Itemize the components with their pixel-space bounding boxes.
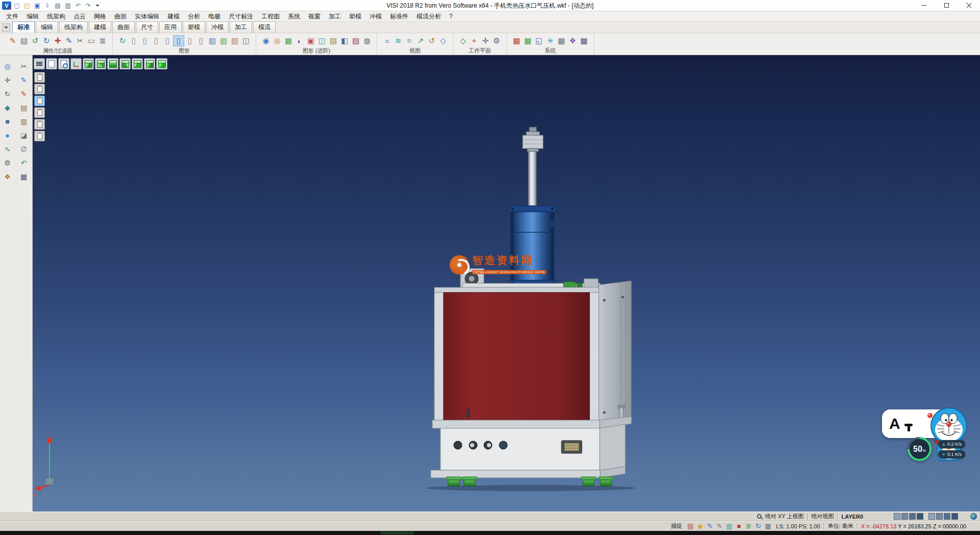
tabbar-dropdown-icon[interactable] (2, 23, 10, 32)
panel-icon[interactable]: ▯ (139, 35, 151, 46)
transparency-icon[interactable]: ◐ (294, 35, 305, 46)
panel-icon[interactable]: ▯ (128, 35, 139, 46)
menu-item[interactable]: 建模 (163, 11, 184, 22)
open-file-icon[interactable]: ◱ (22, 1, 32, 10)
menu-item[interactable]: 编辑 (22, 11, 43, 22)
menu-item[interactable]: 电极 (204, 11, 225, 22)
filter-list-icon[interactable]: ≣ (97, 35, 108, 46)
panel-red-icon[interactable]: ▯ (195, 35, 207, 46)
ribbon-tab[interactable]: 建模 (89, 21, 111, 33)
menu-item[interactable]: 塑模 (345, 11, 365, 22)
menu-item[interactable]: 曲面 (110, 11, 131, 22)
filter-cut-icon[interactable]: ✂ (75, 35, 86, 46)
snap-toggle[interactable]: 捕捉 (671, 522, 682, 530)
view-mode-indicator[interactable]: 绝对 XY 上视图 (765, 513, 804, 520)
menu-item[interactable]: 加工 (325, 11, 345, 22)
hammer-tool-icon[interactable]: ⚙ (2, 157, 14, 169)
net-speed-widget[interactable]: A (881, 407, 980, 466)
curve-tool-icon[interactable]: ∿ (2, 143, 14, 155)
menu-item[interactable]: ? (445, 11, 457, 22)
texture-icon[interactable]: ▤ (328, 35, 339, 46)
panel-icon[interactable]: ▯ (162, 35, 173, 46)
list-status-icon[interactable]: ≣ (744, 522, 753, 531)
new-file-icon[interactable]: ▢ (12, 1, 21, 10)
section-icon[interactable]: ▣ (305, 35, 316, 46)
mesh-icon[interactable]: ▦ (283, 35, 294, 46)
ribbon-tab[interactable]: 曲面 (112, 21, 135, 33)
shade-icon[interactable]: ◉ (260, 35, 272, 46)
menu-item[interactable]: 分析 (184, 11, 204, 22)
ribbon-tab[interactable]: 应用 (159, 21, 182, 33)
panel-icon[interactable]: ▯ (184, 35, 195, 46)
dynamic-view-icon[interactable]: ≈ (381, 35, 393, 46)
search-icon[interactable] (757, 514, 762, 519)
current-layer-indicator[interactable]: LAYER0 (842, 514, 863, 520)
filter-undo-icon[interactable]: ↺ (30, 35, 41, 46)
filter-redo-icon[interactable]: ↻ (41, 35, 52, 46)
press-machine[interactable] (426, 127, 635, 491)
trim-tool-icon[interactable]: ✂ (18, 60, 30, 72)
panel-icon[interactable]: ▯ (151, 35, 162, 46)
speed-percent-badge[interactable]: 50% (908, 437, 932, 461)
system-matrix-icon[interactable]: ▩ (578, 35, 590, 46)
menu-item[interactable]: 尺寸标注 (225, 11, 257, 22)
config-tool-icon[interactable]: ▩ (18, 171, 30, 183)
stack-status-icon[interactable]: ▥ (725, 522, 734, 531)
panel-split-icon[interactable]: ◫ (240, 35, 252, 46)
visi-logo-icon[interactable]: V (2, 2, 11, 10)
graphics-refresh-icon[interactable]: ↻ (117, 35, 128, 46)
workplane-settings-icon[interactable]: ⚙ (491, 35, 502, 46)
maximize-button[interactable] (935, 0, 958, 11)
draw-tool-icon[interactable]: ✎ (18, 88, 30, 100)
layers-tool-icon[interactable]: ▤ (18, 102, 30, 114)
view-rotate-icon[interactable]: ↺ (426, 35, 437, 46)
save-icon[interactable]: ▣ (33, 1, 42, 10)
annotate-status-icon[interactable]: ✎ (715, 522, 724, 531)
minimize-button[interactable] (913, 0, 935, 11)
panel-icon[interactable]: ▯ (173, 35, 184, 46)
system-window-icon[interactable]: ◱ (533, 35, 545, 46)
system-modules-icon[interactable]: ❖ (567, 35, 578, 46)
layer-color-swatch[interactable] (944, 513, 950, 520)
erase-tool-icon[interactable]: ◪ (18, 129, 30, 141)
edit-tool-icon[interactable]: ✎ (18, 74, 30, 86)
zoom-extents-icon[interactable]: ⌗ (404, 35, 415, 46)
ribbon-tab[interactable]: 编辑 (36, 21, 58, 33)
shadow-icon[interactable]: ◧ (339, 35, 350, 46)
menu-item[interactable]: 工程图 (257, 11, 284, 22)
menu-item[interactable]: 视窗 (304, 11, 325, 22)
ribbon-tab[interactable]: 模流 (253, 21, 276, 33)
filter-add-icon[interactable]: ✚ (52, 35, 63, 46)
quickaccess-dropdown-icon[interactable] (95, 5, 100, 7)
measure-tool-icon[interactable]: ∅ (18, 143, 30, 155)
system-colors-icon[interactable]: ▦ (511, 35, 522, 46)
sync-status-icon[interactable]: ↻ (754, 522, 763, 531)
pan-view-icon[interactable]: ≋ (393, 35, 404, 46)
grid-blue-icon[interactable]: ▥ (207, 35, 218, 46)
zoom-in-icon[interactable]: ↗ (415, 35, 426, 46)
ribbon-tab[interactable]: 尺寸 (136, 21, 158, 33)
wireframe-icon[interactable]: ◎ (272, 35, 283, 46)
hatch-icon[interactable]: ▨ (350, 35, 361, 46)
move-tool-icon[interactable]: ✛ (2, 74, 14, 86)
edit-status-icon[interactable]: ✎ (705, 522, 715, 531)
render-mode-icon[interactable] (970, 513, 977, 520)
workplane-icon[interactable]: ◇ (457, 35, 469, 46)
light-status-icon[interactable]: ◉ (696, 522, 705, 531)
surface-tool-icon[interactable]: ◆ (2, 102, 14, 114)
menu-item[interactable]: 点云 (69, 11, 90, 22)
layer-color-swatch[interactable] (909, 513, 916, 520)
layer-color-swatch[interactable] (936, 513, 943, 520)
ribbon-tab[interactable]: 标准 (12, 21, 35, 33)
capture-icon[interactable]: ▥ (63, 1, 72, 10)
print-status-icon[interactable]: ▤ (686, 522, 695, 531)
print-icon[interactable]: ▤ (53, 1, 62, 10)
menu-item[interactable]: 系统 (284, 11, 304, 22)
ribbon-tab[interactable]: 线架构 (59, 21, 88, 33)
menu-item[interactable]: 网格 (90, 11, 110, 22)
workplane-origin-icon[interactable]: ⌖ (469, 35, 480, 46)
undo-tool-icon[interactable]: ↶ (18, 157, 30, 169)
system-snap-icon[interactable]: ✳ (545, 35, 556, 46)
layer-color-swatch[interactable] (894, 513, 900, 520)
layer-color-swatch[interactable] (951, 513, 958, 520)
